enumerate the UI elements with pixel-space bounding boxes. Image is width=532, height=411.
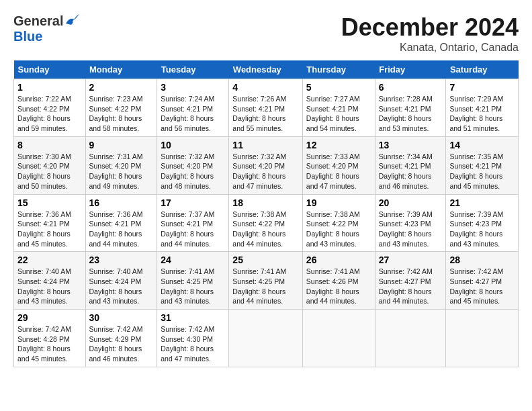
day-info: Sunrise: 7:23 AMSunset: 4:22 PMDaylight:… bbox=[89, 95, 143, 132]
day-number: 3 bbox=[161, 82, 225, 93]
day-number: 22 bbox=[17, 255, 82, 265]
day-info: Sunrise: 7:41 AMSunset: 4:26 PMDaylight:… bbox=[306, 267, 360, 305]
calendar-cell: 7Sunrise: 7:29 AMSunset: 4:21 PMDaylight… bbox=[446, 79, 519, 137]
calendar-cell: 4Sunrise: 7:26 AMSunset: 4:21 PMDaylight… bbox=[229, 79, 303, 137]
logo-bird-icon bbox=[64, 14, 79, 26]
logo-general-text: General bbox=[13, 13, 63, 29]
day-info: Sunrise: 7:32 AMSunset: 4:20 PMDaylight:… bbox=[161, 152, 214, 190]
day-number: 24 bbox=[161, 255, 225, 265]
day-number: 13 bbox=[379, 140, 443, 150]
main-title: December 2024 bbox=[341, 13, 519, 42]
day-info: Sunrise: 7:26 AMSunset: 4:21 PMDaylight:… bbox=[232, 95, 286, 132]
day-info: Sunrise: 7:36 AMSunset: 4:21 PMDaylight:… bbox=[89, 210, 143, 248]
day-info: Sunrise: 7:36 AMSunset: 4:21 PMDaylight:… bbox=[17, 210, 71, 248]
day-number: 31 bbox=[161, 312, 225, 323]
weekday-header-tuesday: Tuesday bbox=[157, 60, 229, 79]
day-info: Sunrise: 7:40 AMSunset: 4:24 PMDaylight:… bbox=[89, 267, 143, 305]
calendar-cell bbox=[446, 310, 519, 367]
day-number: 29 bbox=[17, 312, 82, 323]
calendar-cell: 6Sunrise: 7:28 AMSunset: 4:21 PMDaylight… bbox=[375, 79, 446, 137]
day-number: 9 bbox=[89, 140, 154, 150]
day-number: 11 bbox=[232, 140, 299, 150]
day-info: Sunrise: 7:39 AMSunset: 4:23 PMDaylight:… bbox=[449, 210, 503, 248]
day-info: Sunrise: 7:40 AMSunset: 4:24 PMDaylight:… bbox=[17, 267, 71, 305]
day-info: Sunrise: 7:27 AMSunset: 4:21 PMDaylight:… bbox=[306, 95, 360, 132]
subtitle: Kanata, Ontario, Canada bbox=[341, 42, 519, 54]
day-number: 8 bbox=[17, 140, 82, 150]
calendar-week-row: 29Sunrise: 7:42 AMSunset: 4:28 PMDayligh… bbox=[14, 310, 519, 367]
day-info: Sunrise: 7:42 AMSunset: 4:27 PMDaylight:… bbox=[379, 267, 433, 305]
calendar-cell: 23Sunrise: 7:40 AMSunset: 4:24 PMDayligh… bbox=[85, 252, 157, 310]
day-number: 20 bbox=[379, 197, 443, 208]
calendar-cell: 18Sunrise: 7:38 AMSunset: 4:22 PMDayligh… bbox=[229, 194, 303, 252]
calendar-week-row: 1Sunrise: 7:22 AMSunset: 4:22 PMDaylight… bbox=[14, 79, 519, 137]
calendar-cell: 9Sunrise: 7:31 AMSunset: 4:20 PMDaylight… bbox=[85, 136, 157, 194]
day-info: Sunrise: 7:37 AMSunset: 4:21 PMDaylight:… bbox=[161, 210, 214, 248]
weekday-header-row: SundayMondayTuesdayWednesdayThursdayFrid… bbox=[14, 60, 519, 79]
weekday-header-monday: Monday bbox=[85, 60, 157, 79]
calendar-cell: 1Sunrise: 7:22 AMSunset: 4:22 PMDaylight… bbox=[14, 79, 86, 137]
day-info: Sunrise: 7:41 AMSunset: 4:25 PMDaylight:… bbox=[232, 267, 286, 305]
logo: General Blue bbox=[13, 13, 79, 44]
logo-blue-text: Blue bbox=[13, 29, 42, 44]
calendar-cell: 25Sunrise: 7:41 AMSunset: 4:25 PMDayligh… bbox=[229, 252, 303, 310]
weekday-header-wednesday: Wednesday bbox=[229, 60, 303, 79]
day-number: 28 bbox=[449, 255, 515, 265]
day-number: 27 bbox=[379, 255, 443, 265]
day-number: 6 bbox=[379, 82, 443, 93]
page-header: General Blue December 2024 Kanata, Ontar… bbox=[13, 13, 519, 54]
day-info: Sunrise: 7:33 AMSunset: 4:20 PMDaylight:… bbox=[306, 152, 360, 190]
day-number: 21 bbox=[449, 197, 515, 208]
calendar-cell: 5Sunrise: 7:27 AMSunset: 4:21 PMDaylight… bbox=[302, 79, 375, 137]
day-number: 10 bbox=[161, 140, 225, 150]
day-number: 5 bbox=[306, 82, 371, 93]
day-number: 16 bbox=[89, 197, 154, 208]
day-info: Sunrise: 7:35 AMSunset: 4:21 PMDaylight:… bbox=[449, 152, 503, 190]
day-number: 7 bbox=[449, 82, 515, 93]
title-block: December 2024 Kanata, Ontario, Canada bbox=[341, 13, 519, 54]
day-number: 15 bbox=[17, 197, 82, 208]
weekday-header-friday: Friday bbox=[375, 60, 446, 79]
calendar-cell: 10Sunrise: 7:32 AMSunset: 4:20 PMDayligh… bbox=[157, 136, 229, 194]
day-number: 14 bbox=[449, 140, 515, 150]
calendar-cell: 14Sunrise: 7:35 AMSunset: 4:21 PMDayligh… bbox=[446, 136, 519, 194]
calendar-cell bbox=[229, 310, 303, 367]
calendar-cell: 28Sunrise: 7:42 AMSunset: 4:27 PMDayligh… bbox=[446, 252, 519, 310]
calendar-cell: 15Sunrise: 7:36 AMSunset: 4:21 PMDayligh… bbox=[14, 194, 86, 252]
calendar-cell bbox=[302, 310, 375, 367]
calendar-cell: 11Sunrise: 7:32 AMSunset: 4:20 PMDayligh… bbox=[229, 136, 303, 194]
day-info: Sunrise: 7:28 AMSunset: 4:21 PMDaylight:… bbox=[379, 95, 433, 132]
day-info: Sunrise: 7:38 AMSunset: 4:22 PMDaylight:… bbox=[232, 210, 286, 248]
day-number: 2 bbox=[89, 82, 154, 93]
weekday-header-saturday: Saturday bbox=[446, 60, 519, 79]
day-info: Sunrise: 7:24 AMSunset: 4:21 PMDaylight:… bbox=[161, 95, 214, 132]
day-info: Sunrise: 7:39 AMSunset: 4:23 PMDaylight:… bbox=[379, 210, 433, 248]
calendar-week-row: 22Sunrise: 7:40 AMSunset: 4:24 PMDayligh… bbox=[14, 252, 519, 310]
calendar-cell: 17Sunrise: 7:37 AMSunset: 4:21 PMDayligh… bbox=[157, 194, 229, 252]
day-number: 30 bbox=[89, 312, 154, 323]
calendar-cell: 27Sunrise: 7:42 AMSunset: 4:27 PMDayligh… bbox=[375, 252, 446, 310]
calendar-cell: 31Sunrise: 7:42 AMSunset: 4:30 PMDayligh… bbox=[157, 310, 229, 367]
day-number: 26 bbox=[306, 255, 371, 265]
day-number: 17 bbox=[161, 197, 225, 208]
day-info: Sunrise: 7:31 AMSunset: 4:20 PMDaylight:… bbox=[89, 152, 143, 190]
calendar-cell: 30Sunrise: 7:42 AMSunset: 4:29 PMDayligh… bbox=[85, 310, 157, 367]
day-info: Sunrise: 7:42 AMSunset: 4:29 PMDaylight:… bbox=[89, 325, 143, 363]
calendar-cell: 3Sunrise: 7:24 AMSunset: 4:21 PMDaylight… bbox=[157, 79, 229, 137]
calendar-cell: 19Sunrise: 7:38 AMSunset: 4:22 PMDayligh… bbox=[302, 194, 375, 252]
day-info: Sunrise: 7:34 AMSunset: 4:21 PMDaylight:… bbox=[379, 152, 433, 190]
calendar-week-row: 15Sunrise: 7:36 AMSunset: 4:21 PMDayligh… bbox=[14, 194, 519, 252]
day-number: 12 bbox=[306, 140, 371, 150]
calendar-week-row: 8Sunrise: 7:30 AMSunset: 4:20 PMDaylight… bbox=[14, 136, 519, 194]
day-info: Sunrise: 7:38 AMSunset: 4:22 PMDaylight:… bbox=[306, 210, 360, 248]
day-info: Sunrise: 7:29 AMSunset: 4:21 PMDaylight:… bbox=[449, 95, 503, 132]
calendar-cell: 24Sunrise: 7:41 AMSunset: 4:25 PMDayligh… bbox=[157, 252, 229, 310]
calendar-cell: 29Sunrise: 7:42 AMSunset: 4:28 PMDayligh… bbox=[14, 310, 86, 367]
day-info: Sunrise: 7:32 AMSunset: 4:20 PMDaylight:… bbox=[232, 152, 286, 190]
calendar-cell: 2Sunrise: 7:23 AMSunset: 4:22 PMDaylight… bbox=[85, 79, 157, 137]
calendar-cell: 8Sunrise: 7:30 AMSunset: 4:20 PMDaylight… bbox=[14, 136, 86, 194]
day-info: Sunrise: 7:42 AMSunset: 4:28 PMDaylight:… bbox=[17, 325, 71, 363]
day-info: Sunrise: 7:41 AMSunset: 4:25 PMDaylight:… bbox=[161, 267, 214, 305]
calendar-cell: 21Sunrise: 7:39 AMSunset: 4:23 PMDayligh… bbox=[446, 194, 519, 252]
calendar-cell: 16Sunrise: 7:36 AMSunset: 4:21 PMDayligh… bbox=[85, 194, 157, 252]
